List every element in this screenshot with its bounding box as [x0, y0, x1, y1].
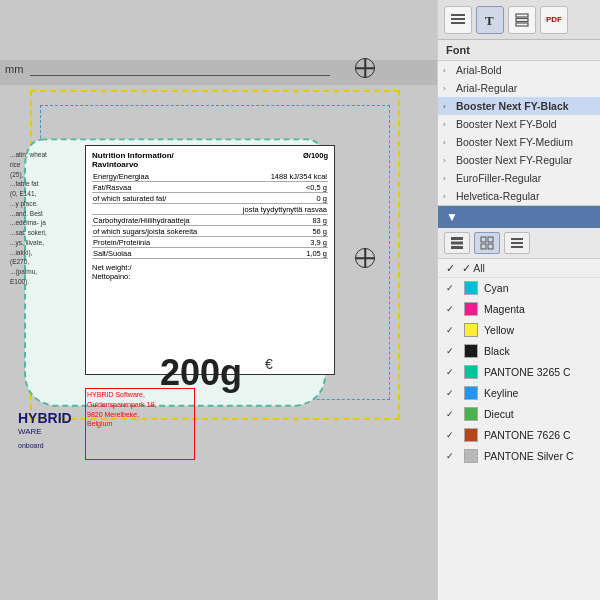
- svg-rect-10: [481, 237, 486, 242]
- svg-rect-15: [511, 242, 523, 244]
- font-section: Font › Arial-Bold › Arial-Regular › Boos…: [438, 40, 600, 206]
- pantone-silver-swatch: [464, 449, 478, 463]
- table-row: josta tyydyttynyttä rasvaa: [92, 204, 328, 215]
- color-label: Keyline: [484, 387, 518, 399]
- list-tool-button[interactable]: [444, 6, 472, 34]
- color-item-pantone3265[interactable]: ✓ PANTONE 3265 C: [438, 362, 600, 383]
- toolbar: T PDF: [438, 0, 600, 40]
- check-icon: ✓: [446, 304, 458, 314]
- all-colors-item[interactable]: ✓ ✓ All: [438, 259, 600, 278]
- svg-rect-4: [516, 14, 528, 17]
- color-item-black[interactable]: ✓ Black: [438, 341, 600, 362]
- svg-rect-6: [516, 23, 528, 26]
- color-label: PANTONE 3265 C: [484, 366, 571, 378]
- svg-rect-5: [516, 18, 528, 21]
- svg-rect-2: [451, 22, 465, 24]
- canvas-area[interactable]: mm Nutrition Information/: [0, 0, 437, 600]
- check-icon: ✓: [446, 409, 458, 419]
- color-item-cyan[interactable]: ✓ Cyan: [438, 278, 600, 299]
- grid-view-button[interactable]: [474, 232, 500, 254]
- table-row: Carbohydrate/Hiilihydraatteja83 g: [92, 215, 328, 226]
- svg-rect-1: [451, 18, 465, 20]
- svg-rect-14: [511, 238, 523, 240]
- color-item-yellow[interactable]: ✓ Yellow: [438, 320, 600, 341]
- check-icon: ✓: [446, 367, 458, 377]
- table-row: Energy/Energiaa1488 kJ/354 kcal: [92, 171, 328, 182]
- ruler-label: mm: [5, 63, 23, 75]
- cyan-swatch: [464, 281, 478, 295]
- color-item-pantone7626[interactable]: ✓ PANTONE 7626 C: [438, 425, 600, 446]
- align-view-button[interactable]: [444, 232, 470, 254]
- color-label: PANTONE Silver C: [484, 450, 573, 462]
- font-item-eurofiller[interactable]: › EuroFiller-Regular: [438, 169, 600, 187]
- keyline-swatch: [464, 386, 478, 400]
- list-view-button[interactable]: [504, 232, 530, 254]
- font-item-booster-bold[interactable]: › Booster Next FY-Bold: [438, 115, 600, 133]
- layers-tool-button[interactable]: [508, 6, 536, 34]
- brand-hybrid: HYBRID: [18, 410, 72, 426]
- pantone7626-swatch: [464, 428, 478, 442]
- color-item-keyline[interactable]: ✓ Keyline: [438, 383, 600, 404]
- svg-rect-13: [488, 244, 493, 249]
- magenta-swatch: [464, 302, 478, 316]
- color-label: Diecut: [484, 408, 514, 420]
- panel-divider: ▼: [438, 206, 600, 228]
- svg-rect-8: [451, 242, 463, 245]
- color-label: Black: [484, 345, 510, 357]
- svg-rect-7: [451, 237, 463, 240]
- chevron-icon: ›: [443, 156, 446, 165]
- nutrition-title: Nutrition Information/ Ø/100g Ravintoarv…: [92, 151, 328, 169]
- pantone3265-swatch: [464, 365, 478, 379]
- ruler-line: [30, 75, 330, 76]
- color-label: Yellow: [484, 324, 514, 336]
- grid-icon: [480, 236, 494, 250]
- check-icon: ✓: [446, 451, 458, 461]
- svg-rect-12: [481, 244, 486, 249]
- color-label: PANTONE 7626 C: [484, 429, 571, 441]
- crosshair-top: [355, 58, 375, 78]
- ingredients-text: ...atin, wheat rice (25), ...table fat (…: [10, 150, 80, 287]
- table-row: Fat/Rasvaa<0,5 g: [92, 182, 328, 193]
- address-text: HYBRID Software, Guldensparenpark 18, 98…: [87, 390, 156, 429]
- table-row: of which sugars/joista sokereita56 g: [92, 226, 328, 237]
- font-item-helvetica[interactable]: › Helvetica-Regular: [438, 187, 600, 205]
- check-icon: ✓: [446, 325, 458, 335]
- net-weight: Net weight:/ Nettopaino:: [92, 263, 328, 281]
- document-area: Nutrition Information/ Ø/100g Ravintoarv…: [30, 90, 420, 580]
- table-row: of which saturated fat/0 g: [92, 193, 328, 204]
- colors-section: ✓ ✓ All ✓ Cyan ✓ Magenta ✓ Yellow ✓ Blac…: [438, 228, 600, 600]
- pdf-tool-button[interactable]: PDF: [540, 6, 568, 34]
- font-item-booster-black[interactable]: › Booster Next FY-Black: [438, 97, 600, 115]
- font-item-arial-bold[interactable]: › Arial-Bold: [438, 61, 600, 79]
- svg-text:T: T: [485, 13, 494, 28]
- table-row: Salt/Suolaa1,05 g: [92, 248, 328, 259]
- font-item-booster-medium[interactable]: › Booster Next FY-Medium: [438, 133, 600, 151]
- color-item-diecut[interactable]: ✓ Diecut: [438, 404, 600, 425]
- brand-ware: WARE: [18, 427, 42, 436]
- collapse-arrow-icon[interactable]: ▼: [446, 210, 458, 224]
- font-section-header: Font: [438, 40, 600, 61]
- table-row: Protein/Proteiinia3,9 g: [92, 237, 328, 248]
- color-item-magenta[interactable]: ✓ Magenta: [438, 299, 600, 320]
- svg-rect-11: [488, 237, 493, 242]
- color-label: Magenta: [484, 303, 525, 315]
- euro-symbol: €: [265, 356, 273, 372]
- canvas-panel: mm Nutrition Information/: [0, 0, 437, 600]
- layers-icon: [514, 12, 530, 28]
- text-tool-button[interactable]: T: [476, 6, 504, 34]
- check-icon: ✓: [446, 346, 458, 356]
- right-panel: T PDF Font › Arial-Bold › Arial-Regular …: [437, 0, 600, 600]
- font-item-booster-regular[interactable]: › Booster Next FY-Regular: [438, 151, 600, 169]
- list-icon: [450, 12, 466, 28]
- chevron-icon: ›: [443, 138, 446, 147]
- chevron-icon: ›: [443, 66, 446, 75]
- color-label: Cyan: [484, 282, 509, 294]
- check-icon: ✓: [446, 283, 458, 293]
- svg-rect-9: [451, 246, 463, 249]
- color-item-pantone-silver[interactable]: ✓ PANTONE Silver C: [438, 446, 600, 467]
- chevron-icon: ›: [443, 84, 446, 93]
- list-view-icon: [510, 236, 524, 250]
- font-item-arial-regular[interactable]: › Arial-Regular: [438, 79, 600, 97]
- text-icon: T: [482, 12, 498, 28]
- chevron-icon: ›: [443, 174, 446, 183]
